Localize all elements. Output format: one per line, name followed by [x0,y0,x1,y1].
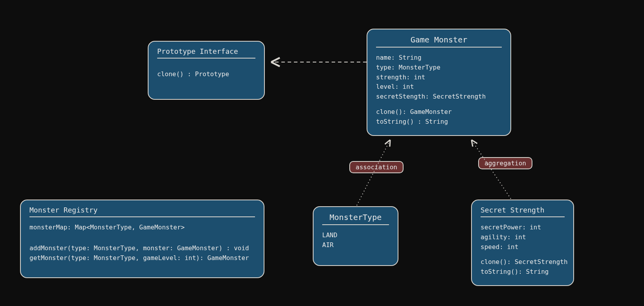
method: clone(): GameMonster [376,107,502,117]
divider [29,216,255,217]
enum-value: AIR [322,240,389,250]
attr: name: String [376,53,502,63]
method: getMonster(type: MonsterType, gameLevel:… [29,253,255,263]
class-title: MonsterType [322,213,389,222]
divider [376,47,502,48]
class-title: Game Monster [376,35,502,44]
class-monster-type: MonsterType LAND AIR [313,206,398,266]
class-title: Secret Strength [481,206,565,214]
attr: secretPower: int [481,223,565,233]
attr: strength: int [376,73,502,82]
label-association: association [349,161,404,173]
divider [157,58,255,59]
class-prototype-interface: Prototype Interface clone() : Prototype [148,41,265,100]
edge-aggregation [472,140,511,199]
class-title: Prototype Interface [157,47,255,55]
method: clone(): SecretStrength [481,257,565,267]
method: toString(): String [481,267,565,277]
class-monster-registry: Monster Registry monsterMap: Map<Monster… [20,200,264,278]
label-aggregation: aggregation [478,157,532,169]
class-secret-strength: Secret Strength secretPower: int agility… [471,200,574,286]
attr: speed: int [481,242,565,252]
attr: type: MonsterType [376,63,502,73]
method: clone() : Prototype [157,70,255,79]
class-game-monster: Game Monster name: String type: MonsterT… [367,29,511,136]
divider [481,216,565,217]
method: toString() : String [376,117,502,127]
attr: secretStength: SecretStrength [376,92,502,102]
attr: level: int [376,82,502,92]
method: addMonster(type: MonsterType, monster: G… [29,244,255,253]
class-title: Monster Registry [29,206,255,214]
attr: monsterMap: Map<MonsterType, GameMonster… [29,223,255,233]
attr: agility: int [481,233,565,242]
enum-value: LAND [322,231,389,240]
divider [322,224,389,225]
